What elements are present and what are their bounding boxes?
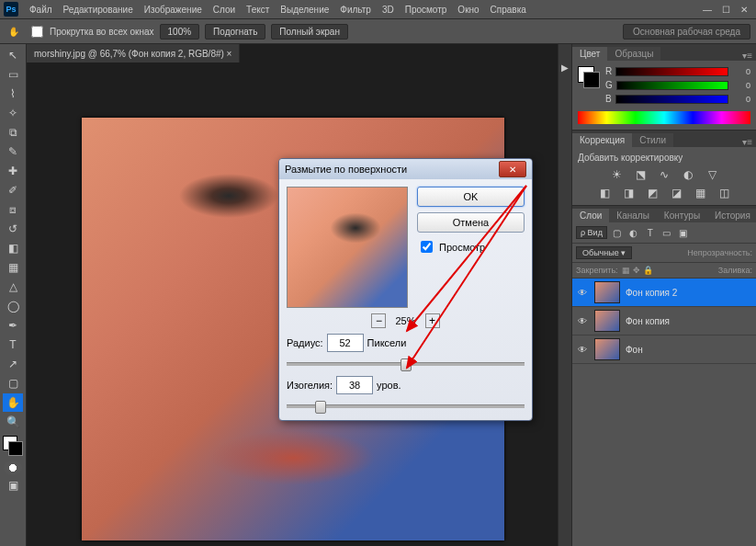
close-button[interactable]: ✕ xyxy=(736,3,752,16)
layer-name[interactable]: Фон копия xyxy=(626,316,670,326)
visibility-eye-icon[interactable]: 👁 xyxy=(576,316,589,326)
fullscreen-button[interactable]: Полный экран xyxy=(271,24,348,40)
menu-text[interactable]: Текст xyxy=(241,5,275,15)
invert-icon[interactable]: ◫ xyxy=(717,187,731,199)
tab-color[interactable]: Цвет xyxy=(572,47,607,61)
zoom-100-button[interactable]: 100% xyxy=(160,24,200,40)
threshold-input[interactable] xyxy=(336,376,373,394)
hue-icon[interactable]: ◧ xyxy=(597,187,612,199)
radius-input[interactable] xyxy=(327,334,364,352)
layer-name[interactable]: Фон xyxy=(626,345,643,355)
gradient-tool[interactable]: ▦ xyxy=(3,258,23,277)
menu-layers[interactable]: Слои xyxy=(208,5,241,15)
filter-image-icon[interactable]: ▢ xyxy=(611,226,624,239)
spectrum-bar[interactable] xyxy=(578,111,750,124)
panel-menu-icon[interactable]: ▾≡ xyxy=(739,51,756,61)
marquee-tool[interactable]: ▭ xyxy=(3,65,23,84)
magic-wand-tool[interactable]: ✧ xyxy=(3,104,23,122)
minimize-button[interactable]: — xyxy=(699,3,716,16)
blur-tool[interactable]: △ xyxy=(3,278,23,296)
layer-thumbnail[interactable] xyxy=(594,281,620,303)
menu-filter[interactable]: Фильтр xyxy=(334,5,377,15)
brush-tool[interactable]: ✐ xyxy=(3,181,23,199)
tab-channels[interactable]: Каналы xyxy=(609,209,657,222)
zoom-tool[interactable]: 🔍 xyxy=(3,413,23,431)
move-tool[interactable]: ↖ xyxy=(3,46,23,64)
menu-select[interactable]: Выделение xyxy=(275,5,334,15)
menu-image[interactable]: Изображение xyxy=(139,5,208,15)
zoom-in-button[interactable]: + xyxy=(425,313,440,328)
filter-type-icon[interactable]: T xyxy=(644,226,657,239)
tab-swatches[interactable]: Образцы xyxy=(607,47,660,61)
dialog-preview[interactable] xyxy=(287,187,408,308)
cancel-button[interactable]: Отмена xyxy=(417,212,525,233)
tab-layers[interactable]: Слои xyxy=(572,209,609,222)
menu-edit[interactable]: Редактирование xyxy=(58,5,139,15)
menu-window[interactable]: Окно xyxy=(452,5,484,15)
g-slider[interactable] xyxy=(616,81,728,90)
layer-row[interactable]: 👁Фон копия xyxy=(572,307,756,336)
menu-file[interactable]: Файл xyxy=(24,5,58,15)
bw-icon[interactable]: ◨ xyxy=(621,187,636,199)
tab-history[interactable]: История xyxy=(707,209,756,222)
menu-help[interactable]: Справка xyxy=(485,5,532,15)
channel-mixer-icon[interactable]: ◪ xyxy=(669,187,683,199)
lock-all-icon[interactable]: 🔒 xyxy=(643,266,653,275)
r-slider[interactable] xyxy=(615,67,728,76)
curves-icon[interactable]: ∿ xyxy=(657,168,671,181)
opacity-label[interactable]: Непрозрачность: xyxy=(687,248,752,257)
brightness-icon[interactable]: ☀ xyxy=(609,168,624,181)
document-tab[interactable]: morshiny.jpg @ 66,7% (Фон копия 2, RGB/8… xyxy=(27,44,240,63)
play-icon[interactable]: ▶ xyxy=(560,63,570,72)
screen-mode-icon[interactable]: ▣ xyxy=(3,476,23,495)
dodge-tool[interactable]: ◯ xyxy=(3,297,23,315)
exposure-icon[interactable]: ◐ xyxy=(681,168,695,181)
color-swatch-pair[interactable] xyxy=(578,66,600,88)
layer-kind-select[interactable]: ρ Вид xyxy=(576,226,607,239)
lock-position-icon[interactable]: ✥ xyxy=(633,266,640,275)
b-slider[interactable] xyxy=(615,95,728,104)
type-tool[interactable]: T xyxy=(3,336,23,354)
blend-mode-select[interactable]: Обычные ▾ xyxy=(576,246,632,259)
filter-smart-icon[interactable]: ▣ xyxy=(677,226,690,239)
tab-paths[interactable]: Контуры xyxy=(657,209,707,222)
levels-icon[interactable]: ⬔ xyxy=(633,168,648,181)
photo-filter-icon[interactable]: ◩ xyxy=(645,187,660,199)
filter-adjust-icon[interactable]: ◐ xyxy=(627,226,640,239)
menu-3d[interactable]: 3D xyxy=(377,5,400,15)
maximize-button[interactable]: ☐ xyxy=(717,3,734,16)
quick-mask-icon[interactable] xyxy=(4,461,22,475)
hand-tool[interactable]: ✋ xyxy=(3,393,23,412)
workspace-switcher[interactable]: Основная рабочая среда xyxy=(623,24,750,40)
zoom-out-button[interactable]: − xyxy=(371,313,386,328)
visibility-eye-icon[interactable]: 👁 xyxy=(576,345,589,355)
history-brush-tool[interactable]: ↺ xyxy=(3,220,23,238)
layer-row[interactable]: 👁Фон копия 2 xyxy=(572,279,756,307)
vibrance-icon[interactable]: ▽ xyxy=(705,168,719,181)
pen-tool[interactable]: ✒ xyxy=(3,316,23,335)
layer-thumbnail[interactable] xyxy=(594,310,620,332)
crop-tool[interactable]: ⧉ xyxy=(3,123,23,142)
shape-tool[interactable]: ▢ xyxy=(3,374,23,392)
visibility-eye-icon[interactable]: 👁 xyxy=(576,288,589,298)
healing-brush-tool[interactable]: ✚ xyxy=(3,162,23,180)
fg-bg-swatch[interactable] xyxy=(3,436,23,456)
clone-stamp-tool[interactable]: ⧈ xyxy=(3,200,23,219)
eraser-tool[interactable]: ◧ xyxy=(3,239,23,257)
radius-slider[interactable] xyxy=(287,358,525,370)
panel-menu-icon[interactable]: ▾≡ xyxy=(739,137,756,147)
tab-corrections[interactable]: Коррекция xyxy=(572,133,632,147)
path-selection-tool[interactable]: ↗ xyxy=(3,355,23,373)
filter-shape-icon[interactable]: ▭ xyxy=(660,226,673,239)
lookup-icon[interactable]: ▦ xyxy=(693,187,707,199)
preview-checkbox[interactable]: Просмотр xyxy=(417,238,525,256)
scroll-all-checkbox[interactable]: Прокрутка во всех окнах xyxy=(28,23,154,40)
menu-view[interactable]: Просмотр xyxy=(400,5,453,15)
threshold-slider[interactable] xyxy=(287,400,525,413)
ok-button[interactable]: OK xyxy=(417,187,525,207)
layer-thumbnail[interactable] xyxy=(594,338,620,360)
dialog-title-bar[interactable]: Размытие по поверхности ✕ xyxy=(279,159,532,179)
tab-styles[interactable]: Стили xyxy=(632,133,673,147)
layer-row[interactable]: 👁Фон xyxy=(572,336,756,364)
layer-name[interactable]: Фон копия 2 xyxy=(626,288,677,298)
